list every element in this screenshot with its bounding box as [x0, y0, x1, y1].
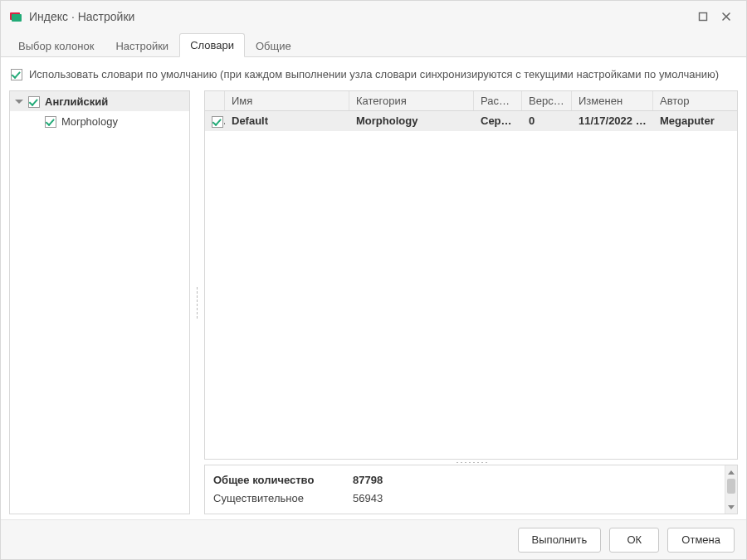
- svg-rect-2: [700, 13, 707, 21]
- grid-header-modified[interactable]: Изменен: [572, 91, 653, 110]
- stats-row-value: 56943: [353, 492, 419, 504]
- tree-child-row[interactable]: Morphology: [10, 111, 189, 131]
- row-checkbox[interactable]: [212, 116, 223, 128]
- dialog-footer: Выполнить ОК Отмена: [1, 519, 746, 559]
- grid-cell-category: Morphology: [349, 111, 474, 131]
- grid-header-location[interactable]: Распо…: [474, 91, 522, 110]
- grid-header: Имя Категория Распо… Версия Изменен Авто…: [205, 91, 737, 111]
- vertical-splitter[interactable]: [195, 90, 199, 514]
- grid-cell-name: Default: [225, 111, 349, 131]
- close-button[interactable]: [715, 5, 738, 28]
- svg-rect-1: [12, 14, 22, 22]
- grid-header-author[interactable]: Автор: [653, 91, 737, 110]
- grid-cell-author: Megaputer: [653, 111, 737, 131]
- scroll-track[interactable]: [725, 494, 737, 500]
- tab-dictionaries[interactable]: Словари: [179, 33, 245, 57]
- tree-language-row[interactable]: Английский: [10, 91, 189, 111]
- tab-settings[interactable]: Настройки: [105, 34, 179, 57]
- grid-header-check[interactable]: [205, 91, 225, 110]
- window-title: Индекс · Настройки: [29, 10, 691, 23]
- tab-columns[interactable]: Выбор колонок: [7, 34, 105, 57]
- tree-child-checkbox[interactable]: [45, 116, 56, 128]
- use-default-option: Использовать словари по умолчанию (при к…: [9, 66, 738, 90]
- table-row[interactable]: Default Morphology Сервер 0 11/17/2022 ……: [205, 111, 737, 131]
- stats-row-label: Существительное: [213, 492, 338, 504]
- grid-header-category[interactable]: Категория: [349, 91, 474, 110]
- maximize-button[interactable]: [691, 5, 715, 28]
- use-default-label: Использовать словари по умолчанию (при к…: [29, 67, 719, 82]
- tree-language-checkbox[interactable]: [28, 96, 40, 108]
- settings-window: Индекс · Настройки Выбор колонок Настрой…: [0, 0, 747, 560]
- ok-button[interactable]: ОК: [609, 528, 659, 553]
- split-pane: Английский Morphology Имя Категория Расп…: [9, 90, 738, 514]
- cancel-button[interactable]: Отмена: [667, 528, 735, 553]
- grid-row-check[interactable]: [205, 111, 225, 131]
- titlebar: Индекс · Настройки: [1, 1, 746, 32]
- tab-content: Использовать словари по умолчанию (при к…: [1, 57, 746, 519]
- use-default-checkbox[interactable]: [11, 69, 22, 80]
- tree-child-label: Morphology: [61, 115, 118, 128]
- stats-body: Общее количество 87798 Существительное 5…: [205, 465, 725, 514]
- stats-panel: Общее количество 87798 Существительное 5…: [204, 465, 738, 514]
- stats-total-label: Общее количество: [213, 474, 338, 486]
- scroll-down-icon[interactable]: [725, 500, 737, 514]
- tab-bar: Выбор колонок Настройки Словари Общие: [1, 32, 746, 57]
- scroll-up-icon[interactable]: [725, 465, 737, 479]
- execute-button[interactable]: Выполнить: [518, 528, 602, 553]
- grid-cell-modified: 11/17/2022 …: [572, 111, 653, 131]
- right-panel: Имя Категория Распо… Версия Изменен Авто…: [204, 90, 738, 514]
- expand-toggle-icon[interactable]: [15, 100, 23, 104]
- grid-cell-version: 0: [522, 111, 572, 131]
- grid-header-name[interactable]: Имя: [225, 91, 349, 110]
- dictionary-grid: Имя Категория Распо… Версия Изменен Авто…: [204, 90, 738, 460]
- tree-language-label: Английский: [45, 95, 108, 108]
- language-tree[interactable]: Английский Morphology: [9, 90, 190, 514]
- grid-body[interactable]: Default Morphology Сервер 0 11/17/2022 ……: [205, 111, 737, 459]
- stats-row: Существительное 56943: [213, 489, 716, 507]
- tab-general[interactable]: Общие: [245, 34, 302, 57]
- scroll-thumb[interactable]: [727, 479, 735, 494]
- stats-total-row: Общее количество 87798: [213, 470, 716, 489]
- stats-total-value: 87798: [353, 474, 419, 486]
- grid-header-version[interactable]: Версия: [522, 91, 572, 110]
- app-icon: [9, 10, 22, 23]
- stats-scrollbar[interactable]: [725, 465, 737, 514]
- grid-cell-location: Сервер: [474, 111, 522, 131]
